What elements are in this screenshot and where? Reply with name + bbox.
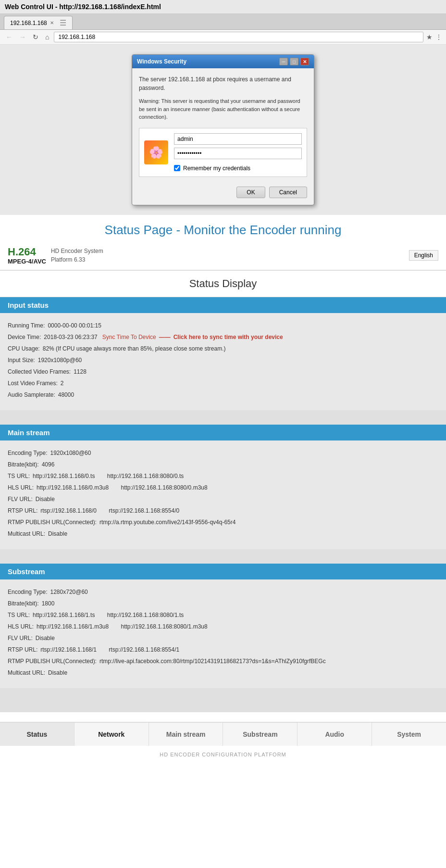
audio-value: 48000 (58, 389, 74, 401)
remember-checkbox[interactable] (174, 165, 180, 171)
ms-rtmp-label: RTMP PUBLISH URL(Connected): (8, 516, 97, 528)
device-time-label: Device Time: (8, 331, 41, 343)
sync-link[interactable]: Sync Time To Device (102, 331, 156, 343)
cancel-button[interactable]: Cancel (269, 187, 307, 198)
page-title-banner: Status Page - Monitor the Encoder runnin… (0, 215, 446, 241)
credential-fields: Remember my credentials (174, 133, 302, 172)
nav-main-stream[interactable]: Main stream (149, 723, 223, 746)
h264-logo: H.264 (8, 246, 46, 258)
bottom-gap (0, 688, 446, 712)
ms-rtmp-row: RTMP PUBLISH URL(Connected): rtmp://a.rt… (8, 516, 438, 528)
ss-multicast-row: Multicast URL: Disable (8, 667, 438, 679)
dialog-body: The server 192.168.1.168 at pbox require… (132, 68, 314, 205)
ms-multicast-label: Multicast URL: (8, 528, 45, 540)
ss-ts-spacer (98, 609, 104, 621)
ms-bitrate-label: Bitrate(kbit): (8, 459, 39, 470)
input-status-header: Input status (0, 297, 446, 313)
encoder-page: Status Page - Monitor the Encoder runnin… (0, 215, 446, 763)
ss-rtmp-label: RTMP PUBLISH URL(Connected): (8, 655, 97, 667)
bottom-nav: Status Network Main stream Substream Aud… (0, 722, 446, 746)
nav-network[interactable]: Network (74, 723, 149, 746)
ms-encoding-row: Encoding Type: 1920x1080@60 (8, 447, 438, 459)
ss-ts-value2: http://192.168.1.168:8080/1.ts (107, 609, 184, 621)
input-status-section: Input status Running Time: 0000-00-00 00… (0, 297, 446, 410)
nav-status[interactable]: Status (0, 723, 74, 746)
mpeg-logo: MPEG-4/AVC (8, 258, 46, 265)
password-input[interactable] (174, 148, 302, 159)
home-button[interactable]: ⌂ (43, 32, 51, 42)
ss-hls-row: HLS URL: http://192.168.1.168/1.m3u8 htt… (8, 621, 438, 632)
ms-encoding-value: 1920x1080@60 (50, 447, 91, 459)
ss-hls-label: HLS URL: (8, 621, 34, 632)
collected-row: Collected Video Frames: 1128 (8, 366, 438, 377)
ms-hls-spacer (112, 482, 118, 493)
dialog-credentials: 🌸 Remember my credentials (139, 128, 307, 177)
browser-titlebar: Web Control UI - http://192.168.1.168/in… (0, 0, 446, 14)
input-size-row: Input Size: 1920x1080p@60 (8, 354, 438, 366)
logo-block: H.264 MPEG-4/AVC (8, 246, 46, 265)
cpu-label: CPU Usage: (8, 343, 40, 354)
audio-label: Audio Samplerate: (8, 389, 55, 401)
dialog-maximize-button[interactable]: □ (290, 58, 298, 65)
username-input[interactable] (174, 133, 302, 145)
cpu-value: 82% (If CPU usage always more than 85%, … (43, 343, 226, 354)
ss-encoding-row: Encoding Type: 1280x720@60 (8, 586, 438, 598)
sync-label: Click here to sync time with your device (173, 331, 283, 343)
remember-label: Remember my credentials (183, 165, 250, 172)
reload-button[interactable]: ↻ (31, 32, 40, 42)
ss-flv-row: FLV URL: Disable (8, 632, 438, 644)
browser-tab[interactable]: 192.168.1.168 ✕ ☰ (4, 16, 73, 29)
logo-system: HD Encoder System (51, 247, 103, 255)
ms-ts-row: TS URL: http://192.168.1.168/0.ts http:/… (8, 470, 438, 482)
windows-security-dialog: Windows Security ─ □ ✕ The server 192.16… (132, 54, 314, 205)
ms-ts-value1: http://192.168.1.168/0.ts (33, 470, 95, 482)
tab-close-icon[interactable]: ✕ (50, 20, 54, 25)
sync-arrow: —— (159, 331, 171, 343)
dialog-close-button[interactable]: ✕ (300, 58, 309, 65)
dialog-minimize-button[interactable]: ─ (279, 58, 288, 65)
dialog-message: The server 192.168.1.168 at pbox require… (139, 75, 307, 92)
nav-audio[interactable]: Audio (297, 723, 372, 746)
ss-ts-value1: http://192.168.1.168/1.ts (33, 609, 95, 621)
logo-area: H.264 MPEG-4/AVC HD Encoder System Platf… (8, 246, 103, 265)
ss-rtmp-value: rtmp://live-api.facebook.com:80/rtmp/102… (99, 655, 326, 667)
ss-hls-value2: http://192.168.1.168:8080/1.m3u8 (121, 621, 208, 632)
ms-hls-value1: http://192.168.1.168/0.m3u8 (37, 482, 109, 493)
ss-rtmp-row: RTMP PUBLISH URL(Connected): rtmp://live… (8, 655, 438, 667)
dialog-warning: Warning: This server is requesting that … (139, 97, 307, 121)
nav-bar: ← → ↻ ⌂ ★ ⋮ (0, 30, 446, 45)
ss-multicast-value: Disable (48, 667, 67, 679)
new-tab-icon[interactable]: ☰ (60, 18, 66, 27)
nav-substream[interactable]: Substream (223, 723, 297, 746)
lost-value: 2 (61, 377, 64, 389)
ss-rtsp-spacer (99, 644, 106, 655)
ss-flv-label: FLV URL: (8, 632, 33, 644)
ss-rtsp-value2: rtsp://192.168.1.168:8554/1 (109, 644, 179, 655)
lost-label: Lost Video Frames: (8, 377, 58, 389)
remember-row: Remember my credentials (174, 165, 302, 172)
forward-button[interactable]: → (17, 32, 28, 42)
language-button[interactable]: English (409, 250, 438, 261)
main-stream-content: Encoding Type: 1920x1080@60 Bitrate(kbit… (0, 440, 446, 549)
back-button[interactable]: ← (4, 32, 14, 42)
collected-value: 1128 (74, 366, 87, 377)
tab-label: 192.168.1.168 (10, 20, 47, 26)
address-input[interactable] (54, 32, 423, 42)
ms-ts-label: TS URL: (8, 470, 30, 482)
ok-button[interactable]: OK (236, 187, 265, 198)
status-display-title: Status Display (0, 270, 446, 297)
substream-header: Substream (0, 564, 446, 579)
ms-multicast-value: Disable (48, 528, 67, 540)
ms-rtsp-spacer (99, 505, 106, 516)
ms-rtmp-value: rtmp://a.rtmp.youtube.com/live2/143f-955… (99, 516, 235, 528)
menu-icon[interactable]: ⋮ (435, 33, 442, 41)
logo-platform: Platform 6.33 (51, 255, 103, 264)
ms-hls-row: HLS URL: http://192.168.1.168/0.m3u8 htt… (8, 482, 438, 493)
dialog-buttons: OK Cancel (139, 182, 307, 198)
main-stream-header: Main stream (0, 425, 446, 440)
ss-bitrate-row: Bitrate(kbit): 1800 (8, 598, 438, 609)
star-icon[interactable]: ★ (426, 33, 433, 41)
ms-multicast-row: Multicast URL: Disable (8, 528, 438, 540)
ms-bitrate-row: Bitrate(kbit): 4096 (8, 459, 438, 470)
nav-system[interactable]: System (372, 723, 446, 746)
